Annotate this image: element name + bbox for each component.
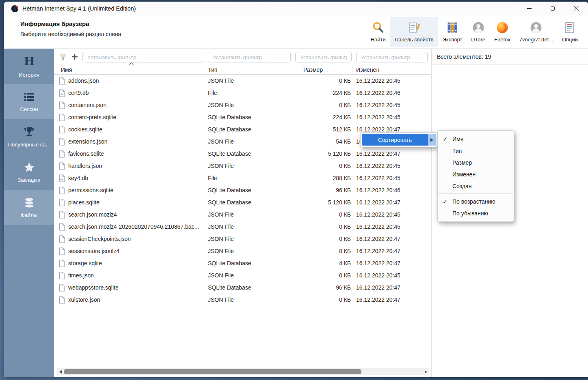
file-icon <box>59 247 65 255</box>
file-type-cell: SQLite Database <box>206 199 293 206</box>
close-button[interactable] <box>564 2 588 15</box>
file-type-cell: JSON File <box>206 138 293 145</box>
column-header-modified[interactable]: Изменен <box>352 65 430 74</box>
minimize-button[interactable] <box>517 2 541 15</box>
file-modified-cell: 16.12.2022 20:47 <box>352 260 430 266</box>
toolbar-button-find[interactable]: Найти <box>366 17 390 47</box>
table-row[interactable]: addons.jsonJSON File0 КБ16.12.2022 20:45 <box>54 75 430 87</box>
table-row[interactable]: key4.dbFile288 КБ16.12.2022 20:45 <box>54 172 430 184</box>
table-row[interactable]: search.json.mozlz4-20260202070946.210867… <box>54 221 430 233</box>
file-name-cell: sessionCheckpoints.json <box>54 235 206 243</box>
submenu-arrow-icon <box>428 134 436 146</box>
file-type-cell: SQLite Database <box>206 126 293 133</box>
filter-input-size[interactable] <box>295 52 352 62</box>
sidebar-item-history[interactable]: HИстория <box>4 49 54 84</box>
file-name-cell: handlers.json <box>54 162 206 170</box>
filter-input-modified[interactable] <box>356 52 428 62</box>
sidebar-item-files[interactable]: Файлы <box>4 190 54 225</box>
history-icon: H <box>22 55 36 69</box>
table-row[interactable]: storage.sqliteSQLite Database4 КБ16.12.2… <box>54 257 430 269</box>
table-row[interactable]: times.jsonJSON File0 КБ16.12.2022 20:45 <box>54 269 430 281</box>
file-modified-cell: 16.12.2022 20:45 <box>352 114 430 120</box>
table-row[interactable]: sessionstore.jsonlz4JSON File8 КБ16.12.2… <box>54 245 430 257</box>
scrollbar-thumb[interactable] <box>64 369 361 374</box>
file-type-cell: JSON File <box>206 102 293 108</box>
toolbar-button-export[interactable]: Экспорт <box>438 17 467 47</box>
file-type-cell: SQLite Database <box>206 187 293 193</box>
scroll-right-arrow[interactable] <box>422 368 429 375</box>
table-row[interactable]: handlers.jsonJSON File0 КБ16.12.2022 20:… <box>54 160 430 172</box>
toolbar-button-dtore[interactable]: DTore <box>467 17 490 47</box>
table-row[interactable]: places.sqliteSQLite Database5 120 КБ16.1… <box>54 196 430 208</box>
file-name-cell: search.json.mozlz4 <box>54 211 206 219</box>
column-header-type[interactable]: Тип <box>206 65 293 74</box>
toolbar-button-options[interactable]: Опции <box>558 17 582 47</box>
submenu-item-sort-by-name[interactable]: ✓Имя <box>438 133 514 145</box>
context-menu-item-sort[interactable]: Сортировать <box>362 134 436 146</box>
submenu-item-sort-by-created[interactable]: ✓Создан <box>438 180 514 192</box>
toolbar-button-firefox[interactable]: Firefox <box>490 17 515 47</box>
file-size-cell: 96 КБ <box>293 284 352 291</box>
table-row[interactable]: containers.jsonJSON File0 КБ16.12.2022 2… <box>54 99 430 111</box>
file-name: places.sqlite <box>68 199 99 206</box>
sessions-icon <box>23 91 36 103</box>
table-row[interactable]: favicons.sqliteSQLite Database5 120 КБ16… <box>54 148 430 160</box>
file-type-cell: SQLite Database <box>206 114 293 120</box>
filter-row <box>54 52 431 63</box>
sidebar-item-popular-sites[interactable]: Популярные са... <box>4 119 54 155</box>
file-name-cell: search.json.mozlz4-20260202070946.210867… <box>54 223 206 231</box>
toolbar-button-profile[interactable]: 7voegr7t.def... <box>515 17 558 47</box>
file-icon <box>59 296 65 304</box>
window-title: Hetman Internet Spy 4.1 (Unlimited Editi… <box>22 5 136 12</box>
file-name-cell: sessionstore.jsonlz4 <box>54 247 206 255</box>
submenu-item-sort-by-type[interactable]: ✓Тип <box>438 145 514 157</box>
table-row[interactable]: sessionCheckpoints.jsonJSON File0 КБ16.1… <box>54 233 430 245</box>
sidebar: HИсторияСессииПопулярные са...ЗакладкиФа… <box>4 49 54 377</box>
file-icon <box>59 114 65 121</box>
table-row[interactable]: cert9.dbFile224 КБ16.12.2022 20:46 <box>54 87 430 99</box>
file-icon <box>59 138 65 146</box>
submenu-item-sort-by-size[interactable]: ✓Размер <box>438 157 514 168</box>
sidebar-item-label: Файлы <box>21 212 37 218</box>
checkmark-icon: ✓ <box>438 136 452 142</box>
submenu-item-label: По возрастанию <box>452 198 499 205</box>
file-modified-cell: 16.12.2022 20:47 <box>352 150 430 157</box>
file-type-cell: JSON File <box>206 272 293 279</box>
file-modified-cell: 16.12.2022 20:47 <box>352 296 430 303</box>
table-row[interactable]: permissions.sqliteSQLite Database96 КБ16… <box>54 184 430 196</box>
filter-input-type[interactable] <box>208 52 291 62</box>
add-filter-button[interactable] <box>71 53 78 60</box>
column-header-name[interactable]: Имя <box>54 65 206 74</box>
table-row[interactable]: webappsstore.sqliteSQLite Database96 КБ1… <box>54 281 430 294</box>
files-icon <box>23 197 36 209</box>
submenu-item-ascending[interactable]: ✓По возрастанию <box>438 195 514 207</box>
table-row[interactable]: content-prefs.sqliteSQLite Database224 К… <box>54 111 430 123</box>
table-row[interactable]: xulstore.jsonJSON File0 КБ16.12.2022 20:… <box>54 294 430 306</box>
file-name-cell: xulstore.json <box>54 296 206 304</box>
options-icon <box>563 21 576 34</box>
scroll-left-arrow[interactable] <box>57 368 64 375</box>
file-type-cell: JSON File <box>206 248 293 254</box>
table-header: Имя Тип Размер Изменен <box>54 65 430 75</box>
sidebar-item-sessions[interactable]: Сессии <box>4 84 54 119</box>
horizontal-scrollbar[interactable] <box>57 368 429 375</box>
file-name-cell: content-prefs.sqlite <box>54 114 206 121</box>
file-icon <box>59 272 65 279</box>
maximize-button[interactable] <box>541 2 564 15</box>
file-name-cell: permissions.sqlite <box>54 187 206 194</box>
toolbar-button-label: Экспорт <box>442 36 462 43</box>
file-modified-cell: 16.12.2022 20:45 <box>352 102 430 108</box>
sidebar-item-bookmarks[interactable]: Закладки <box>4 155 54 190</box>
file-modified-cell: 16.12.2022 20:47 <box>352 248 430 254</box>
table-row[interactable]: search.json.mozlz4JSON File0 КБ16.12.202… <box>54 208 430 221</box>
scrollbar-track[interactable] <box>64 368 422 375</box>
file-type-cell: File <box>206 90 293 96</box>
file-type-cell: SQLite Database <box>206 284 293 291</box>
toolbar-button-properties-panel[interactable]: Панель свойств <box>390 17 438 47</box>
minimize-icon <box>527 8 532 9</box>
column-header-size[interactable]: Размер <box>293 65 352 74</box>
submenu-item-sort-by-modified[interactable]: ✓Изменен <box>438 168 514 180</box>
user-icon <box>472 21 485 34</box>
filter-input-name[interactable] <box>82 52 204 62</box>
submenu-item-descending[interactable]: ✓По убыванию <box>438 207 514 219</box>
